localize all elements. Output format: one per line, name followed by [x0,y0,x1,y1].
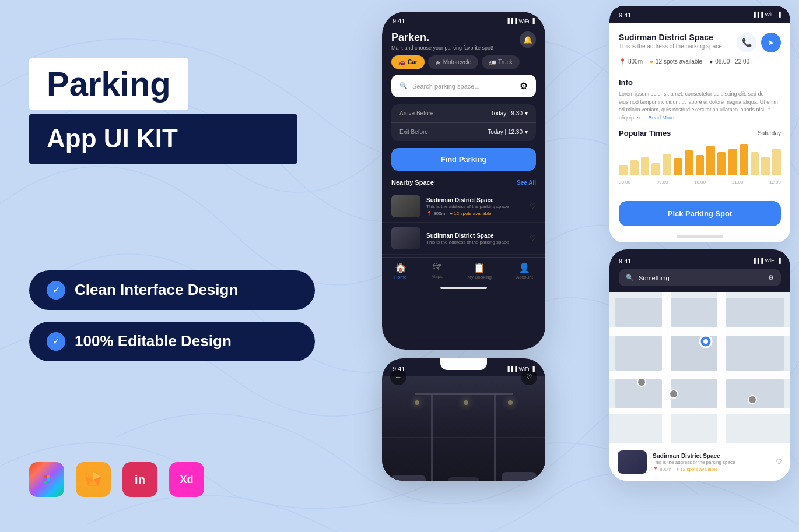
detail-parking-name: Sudirman District Space [619,33,722,42]
exit-row[interactable]: Exit Before Today | 12.30 ▾ [391,123,536,141]
nav-home[interactable]: 🏠 Home [394,262,406,280]
center-phone-top: 9:41 ▐▐▐ WiFi ▐ Parken. Mark and choose … [382,12,545,350]
navigate-button[interactable]: ➤ [761,33,781,52]
day-selector[interactable]: Saturday [758,130,781,136]
booking-icon: 📋 [474,262,485,273]
meta-spots-value: 12 spots available [656,58,702,65]
chart-label-3: 10.00 [694,179,706,185]
tab-motorcycle[interactable]: 🏍 Motorcycle [428,55,478,69]
detail-card-inner: Sudirman District Space This is the addr… [609,23,790,194]
home-icon: 🏠 [395,262,406,273]
parking-meta-1: 📍 800m ● 12 spots available [426,211,524,216]
divider-1 [619,72,781,72]
info-text: Lorem ipsum dolor sit amet, consectetur … [619,90,781,122]
parking-thumb-2 [391,227,420,249]
status-icons-bottom: ▐▐▐ WiFi ▐ [506,366,535,372]
parking-ceiling [415,393,513,395]
sketch-icon [76,462,111,497]
parking-addr-2: This is the address of the parking space [426,239,524,245]
feature-badge-clean: ✓ Clean Interface Design [29,270,315,310]
svg-rect-17 [609,371,790,379]
pick-parking-button[interactable]: Pick Parking Spot [619,201,781,226]
map-card-name: Sudirman District Space [653,453,770,459]
bar-15 [772,149,781,175]
chart-labels: 08.00 09.00 10.00 11.00 12.00 [619,179,781,185]
detail-status-icons: ▐▐▐ WiFi ▐ [752,12,781,19]
battery-icon: ▐ [531,18,535,24]
right-panel: 9:41 ▐▐▐ WiFi ▐ Sudirman District Space … [601,0,799,532]
map-distance: 📍 800m [653,467,671,472]
phone-button[interactable]: 📞 [737,33,756,52]
svg-rect-8 [615,336,662,371]
bar-3 [641,157,650,175]
parking-card-2[interactable]: Sudirman District Space This is the addr… [382,223,545,255]
clock-icon: ● [709,58,713,65]
nav-account-label: Account [516,274,533,280]
chart-label-1: 08.00 [619,179,630,185]
map-phone: 9:41 ▐▐▐ WiFi ▐ 🔍 Something ⚙ [609,249,790,481]
status-icons: ▐▐▐ WiFi ▐ [506,18,535,24]
map-card-addr: This is the address of the parking space [653,460,770,465]
svg-rect-20 [717,292,726,443]
map-search-left: 🔍 Something [626,274,670,281]
map-card-heart-icon[interactable]: ♡ [776,458,782,466]
app-header: Parken. Mark and choose your parking fav… [382,27,545,55]
parking-card-1[interactable]: Sudirman District Space This is the addr… [382,191,545,223]
detail-status-time: 9:41 [619,12,631,19]
filter-icon[interactable]: ⚙ [520,80,528,91]
map-phone-header: 9:41 ▐▐▐ WiFi ▐ 🔍 Something ⚙ [609,249,790,292]
tab-truck[interactable]: 🚛 Truck [482,55,520,69]
heart-icon-2[interactable]: ♡ [530,234,536,242]
feature-badge-editable: ✓ 100% Editable Design [29,322,315,361]
meta-distance-value: 800m [628,58,643,65]
car-icon: 🚗 [398,59,405,65]
svg-rect-13 [726,298,784,327]
search-bar[interactable]: 🔍 Search parking space... ⚙ [391,75,536,97]
tab-truck-label: Truck [498,59,513,65]
invision-icon: in [122,462,157,497]
check-icon-editable: ✓ [47,332,65,351]
nav-maps[interactable]: 🗺 Maps [431,262,443,280]
nav-home-label: Home [394,274,406,280]
svg-point-24 [748,396,756,404]
arrive-row[interactable]: Arrive Before Today | 9.30 ▾ [391,104,536,123]
app-subtitle: Mark and choose your parking favorite sp… [391,45,493,51]
map-filter-icon[interactable]: ⚙ [768,274,774,281]
heart-icon-1[interactable]: ♡ [530,202,536,210]
bar-8 [696,155,705,175]
bottom-phone-mockup: 9:41 ▐▐▐ WiFi ▐ [382,358,545,481]
bar-6 [674,158,682,175]
nav-account[interactable]: 👤 Account [516,262,533,280]
meta-hours: ● 08.00 - 22.00 [709,58,749,65]
bell-icon[interactable]: 🔔 [520,31,536,48]
center-panel: 9:41 ▐▐▐ WiFi ▐ Parken. Mark and choose … [327,0,601,532]
bar-chart [619,142,781,177]
bar-7 [685,150,693,175]
battery-icon-bottom: ▐ [531,366,535,372]
map-wifi-icon: WiFi [765,258,776,265]
bar-10 [717,152,726,175]
tab-car-label: Car [408,59,418,65]
find-parking-button[interactable]: Find Parking [391,148,536,171]
feature-text-clean: Clean Interface Design [75,281,238,299]
status-time: 9:41 [393,17,405,24]
map-search-bar[interactable]: 🔍 Something ⚙ [619,269,781,286]
nav-booking[interactable]: 📋 My Booking [467,262,492,280]
map-search-value: Something [639,274,670,281]
read-more-link[interactable]: Read More [649,115,675,121]
popular-times-label: Popular Times [619,129,671,138]
meta-hours-value: 08.00 - 22.00 [715,58,749,65]
see-all-link[interactable]: See All [517,179,536,186]
meta-distance: 📍 800m [619,58,643,65]
search-icon: 🔍 [400,82,408,90]
map-card-thumb [618,450,647,474]
nearby-header: Nearby Space See All [382,179,545,191]
detail-name-group: Sudirman District Space This is the addr… [619,33,722,50]
bar-11 [728,149,737,175]
map-icon: 🗺 [432,262,441,273]
tab-car[interactable]: 🚗 Car [391,55,425,69]
car-3 [448,477,480,481]
search-placeholder: Search parking space... [412,83,480,90]
svg-rect-18 [609,408,790,414]
phone-screen-dark: 9:41 ▐▐▐ WiFi ▐ Parken. Mark and choose … [382,12,545,350]
